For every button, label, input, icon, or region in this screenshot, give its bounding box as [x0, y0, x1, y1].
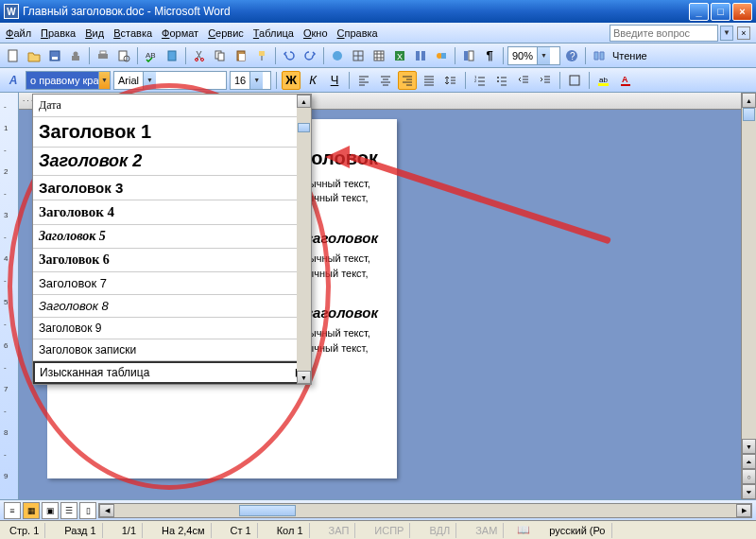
menu-view[interactable]: Вид — [85, 27, 104, 39]
bullet-list-button[interactable] — [492, 71, 511, 90]
doc-map-button[interactable] — [459, 46, 478, 65]
numbered-list-button[interactable]: 12 — [471, 71, 490, 90]
scroll-down-button[interactable]: ▼ — [742, 439, 756, 454]
reading-label[interactable]: Чтение — [610, 50, 649, 61]
size-combo[interactable]: 16▼ — [230, 71, 271, 90]
normal-view-button[interactable]: ≡ — [4, 502, 21, 519]
menu-edit[interactable]: Правка — [41, 27, 76, 39]
zoom-combo[interactable]: 90%▼ — [507, 46, 560, 65]
print-button[interactable] — [94, 46, 112, 65]
dropdown-scroll-up[interactable]: ▲ — [297, 95, 311, 108]
style-option[interactable]: Заголовок 8¶ — [33, 295, 311, 318]
tables-borders-button[interactable] — [349, 46, 368, 65]
dropdown-scroll-down[interactable]: ▼ — [297, 371, 311, 384]
line-spacing-button[interactable] — [441, 71, 460, 90]
maximize-button[interactable]: □ — [711, 3, 730, 21]
permissions-button[interactable] — [66, 46, 85, 65]
print-layout-button[interactable]: ▣ — [42, 502, 59, 519]
align-right-button[interactable] — [398, 71, 417, 90]
align-left-button[interactable] — [354, 71, 373, 90]
horizontal-scrollbar[interactable]: ◀ ▶ — [98, 503, 752, 518]
style-option[interactable]: Заголовок 1¶ — [33, 117, 311, 148]
style-option[interactable]: Заголовок 9¶ — [33, 318, 311, 339]
font-color-button[interactable]: A — [616, 71, 635, 90]
menu-table[interactable]: Таблица — [253, 27, 294, 39]
research-button[interactable] — [163, 46, 181, 65]
columns-button[interactable] — [411, 46, 430, 65]
style-option[interactable]: Заголовок 4¶ — [33, 200, 311, 225]
highlight-button[interactable]: ab — [594, 71, 613, 90]
align-justify-button[interactable] — [420, 71, 438, 90]
svg-rect-23 — [416, 51, 420, 61]
hyperlink-button[interactable] — [328, 46, 347, 65]
insert-table-button[interactable] — [369, 46, 388, 65]
decrease-indent-button[interactable] — [514, 71, 533, 90]
svg-rect-28 — [469, 51, 473, 61]
scroll-up-button[interactable]: ▲ — [742, 93, 756, 108]
style-combo[interactable]: о правому краю▼ — [26, 71, 111, 90]
print-preview-button[interactable] — [114, 46, 133, 65]
dropdown-scroll-thumb[interactable] — [298, 123, 310, 132]
style-option[interactable]: Заголовок 2¶ — [33, 148, 311, 176]
menu-format[interactable]: Формат — [162, 27, 198, 39]
drawing-button[interactable] — [432, 46, 451, 65]
style-option[interactable]: Заголовок 6¶ — [33, 249, 311, 272]
window-title: Главный заголовок.doc - Microsoft Word — [23, 5, 689, 18]
style-option[interactable]: Заголовок 7¶ — [33, 272, 311, 295]
view-buttons-bar: ≡ ▦ ▣ ☰ ▯ ◀ ▶ — [0, 499, 756, 520]
bold-button[interactable]: Ж — [282, 71, 301, 90]
show-marks-button[interactable]: ¶ — [480, 46, 499, 65]
reading-view-button[interactable]: ▯ — [79, 502, 96, 519]
menu-help[interactable]: Справка — [337, 27, 378, 39]
vertical-scrollbar[interactable]: ▲ ▼ ⏶ ○ ⏷ — [741, 93, 756, 499]
new-doc-button[interactable] — [4, 46, 23, 65]
status-rec: ЗАП — [323, 523, 356, 538]
paste-button[interactable] — [232, 46, 250, 65]
close-button[interactable]: × — [732, 3, 752, 21]
help-dropdown-arrow[interactable]: ▼ — [720, 26, 733, 41]
web-view-button[interactable]: ▦ — [23, 502, 40, 519]
style-option[interactable]: Изысканная таблица⊞ — [33, 361, 311, 384]
svg-rect-17 — [259, 51, 265, 56]
svg-rect-6 — [100, 51, 106, 54]
menu-window[interactable]: Окно — [303, 27, 328, 39]
italic-button[interactable]: К — [303, 71, 322, 90]
style-option[interactable]: Заголовок записки¶ — [33, 339, 311, 361]
style-option[interactable]: Заголовок 5¶ — [33, 225, 311, 249]
undo-button[interactable] — [280, 46, 299, 65]
borders-button[interactable] — [565, 71, 584, 90]
save-button[interactable] — [45, 46, 64, 65]
help-search-input[interactable] — [610, 25, 718, 42]
outline-view-button[interactable]: ☰ — [60, 502, 77, 519]
browse-next-button[interactable]: ⏷ — [742, 484, 756, 499]
underline-button[interactable]: Ч — [325, 71, 344, 90]
align-center-button[interactable] — [376, 71, 395, 90]
svg-text:ab: ab — [599, 76, 608, 84]
menu-file[interactable]: Файл — [6, 27, 31, 39]
help-button[interactable]: ? — [562, 46, 581, 65]
browse-object-button[interactable]: ○ — [742, 469, 756, 484]
help-close-button[interactable]: × — [737, 26, 750, 40]
menu-tools[interactable]: Сервис — [208, 27, 244, 39]
menu-insert[interactable]: Вставка — [113, 27, 152, 39]
svg-point-3 — [74, 51, 78, 56]
cut-button[interactable] — [190, 46, 209, 65]
format-painter-button[interactable] — [252, 46, 271, 65]
style-option[interactable]: Заголовок 3¶ — [33, 176, 311, 200]
excel-button[interactable]: X — [390, 46, 409, 65]
status-trk: ИСПР — [369, 523, 410, 538]
copy-button[interactable] — [211, 46, 230, 65]
styles-pane-button[interactable]: A — [4, 71, 23, 90]
scroll-thumb[interactable] — [743, 108, 755, 121]
svg-rect-2 — [52, 57, 58, 60]
spellcheck-button[interactable]: AB — [142, 46, 161, 65]
redo-button[interactable] — [301, 46, 319, 65]
font-combo[interactable]: Arial▼ — [113, 71, 227, 90]
minimize-button[interactable]: _ — [689, 3, 709, 21]
style-option[interactable]: Дата¶ — [33, 95, 311, 117]
reading-icon[interactable] — [590, 46, 609, 65]
increase-indent-button[interactable] — [536, 71, 555, 90]
style-dropdown[interactable]: Дата¶Заголовок 1¶Заголовок 2¶Заголовок 3… — [32, 94, 312, 385]
browse-prev-button[interactable]: ⏶ — [742, 454, 756, 469]
open-button[interactable] — [25, 46, 43, 65]
